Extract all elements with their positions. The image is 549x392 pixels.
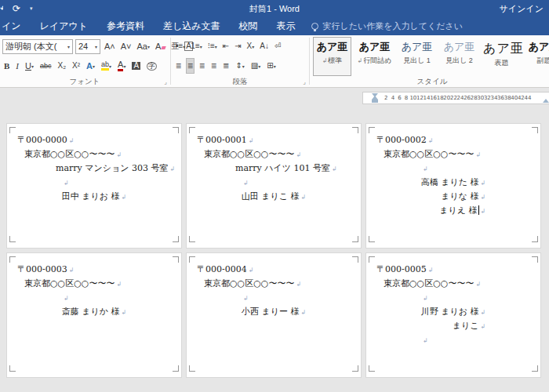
recipient-name-line[interactable]: まりな 様↲ <box>421 190 485 204</box>
pilcrow-icon: ↲ <box>301 194 307 201</box>
style-box-0[interactable]: あア亜↲標準 <box>313 37 351 76</box>
style-box-5[interactable]: あア亜副題 <box>525 37 549 76</box>
address-line[interactable]: 東京都○○区○○〜〜〜↲ <box>204 147 361 162</box>
paragraph-dialog-launcher-icon[interactable]: ⌟ <box>303 79 306 85</box>
superscript-button[interactable]: X² <box>71 58 82 74</box>
ribbon-tab-1[interactable]: レイアウト <box>40 20 88 33</box>
ribbon-tab-4[interactable]: 校閲 <box>239 20 258 33</box>
recipient-name-line[interactable]: 高橋 まりた 様↲ <box>421 176 485 190</box>
char-shading-button[interactable]: A <box>130 58 142 74</box>
address-line[interactable]: 東京都○○区○○〜〜〜↲ <box>24 147 181 162</box>
recipient-name-line[interactable]: 田中 まりお 様↲ <box>62 190 126 204</box>
recipient-name-line[interactable]: 川野 まりお 様↲ <box>421 305 485 319</box>
ribbon-tab-3[interactable]: 差し込み文書 <box>163 20 220 33</box>
line-spacing-button[interactable]: ⇕▾ <box>234 58 245 74</box>
label-page-4[interactable]: 〒000-0003↲東京都○○区○○〜〜〜↲↲斎藤 まりか 様↲ <box>6 252 182 378</box>
address-line[interactable]: 東京都○○区○○〜〜〜↲ <box>384 277 540 291</box>
recipient-name-line[interactable]: まりえ 様↲ <box>421 204 485 218</box>
blank-line[interactable]: ↲ <box>62 291 181 305</box>
font-name-combobox[interactable]: 游明朝 (本文( ▾ <box>2 39 73 54</box>
align-left-button[interactable]: ≡ <box>174 58 183 74</box>
postal-code-line[interactable]: 〒000-0005↲ <box>376 263 540 277</box>
blank-line[interactable]: ↲ <box>421 291 540 305</box>
ribbon-tab-2[interactable]: 参考資料 <box>107 20 144 33</box>
style-sample: あア亜 <box>356 41 393 53</box>
label-page-5[interactable]: 〒000-0004↲東京都○○区○○〜〜〜↲↲小西 まりー 様↲ <box>186 252 362 378</box>
left-indent-marker[interactable] <box>372 100 378 103</box>
postal-code-line[interactable]: 〒000-0004↲ <box>197 263 361 277</box>
shrink-font-button[interactable]: A˅ <box>119 38 133 54</box>
blank-line[interactable]: ↲ <box>421 162 540 176</box>
paragraph-mark-button[interactable]: ⏎ <box>273 38 282 54</box>
multilevel-list-button[interactable]: ⁝≡▾ <box>206 38 219 54</box>
tell-me-placeholder: 実行したい作業を入力してください <box>323 20 464 32</box>
enclose-char-button[interactable]: 字 <box>145 58 158 74</box>
strikethrough-button[interactable]: abc <box>38 58 53 74</box>
underline-button[interactable]: U▾ <box>24 58 35 74</box>
label-page-1[interactable]: 〒000-0000↲東京都○○区○○〜〜〜↲marry マンション 303 号室… <box>6 123 182 249</box>
recipient-name-line[interactable]: まりこ↲ <box>421 319 485 333</box>
font-color-button[interactable]: A▾ <box>116 58 127 74</box>
asian-layout-button[interactable]: X▾ <box>245 38 256 54</box>
sort-button[interactable]: A↓ <box>258 38 271 54</box>
shading-button[interactable]: ▨▾ <box>249 58 262 74</box>
crop-mark-icon <box>9 236 16 242</box>
blank-line[interactable]: ↲ <box>242 291 361 305</box>
address-line[interactable]: 東京都○○区○○〜〜〜↲ <box>384 147 540 162</box>
increase-indent-button[interactable]: ⇥ <box>233 38 242 54</box>
italic-button[interactable]: I <box>14 58 20 74</box>
bullets-button[interactable]: •≡▾ <box>174 38 187 54</box>
change-case-button[interactable]: Aa▾ <box>136 38 151 54</box>
style-box-3[interactable]: あア亜見出し 2 <box>440 37 478 76</box>
crop-mark-icon <box>9 256 16 263</box>
style-box-1[interactable]: あア亜↲行間詰め <box>355 37 394 76</box>
right-indent-marker[interactable] <box>543 99 549 103</box>
clear-formatting-button[interactable]: A <box>154 38 167 54</box>
blank-line[interactable]: ↲ <box>62 176 181 190</box>
postal-code-line[interactable]: 〒000-0002↲ <box>376 133 540 147</box>
grow-font-button[interactable]: A˄ <box>103 38 117 54</box>
postal-code-line[interactable]: 〒000-0001↲ <box>197 133 361 147</box>
building-line[interactable]: marry ハイツ 101 号室↲ <box>235 162 361 176</box>
text-effects-button[interactable]: A▾ <box>85 58 96 74</box>
label-page-6[interactable]: 〒000-0005↲東京都○○区○○〜〜〜↲↲川野 まりお 様↲まりこ↲↲ <box>365 252 541 378</box>
address-line[interactable]: 東京都○○区○○〜〜〜↲ <box>24 277 181 291</box>
blank-line[interactable]: ↲ <box>421 333 540 347</box>
address-line[interactable]: 東京都○○区○○〜〜〜↲ <box>204 277 361 291</box>
chevron-down-icon: ▾ <box>93 64 95 69</box>
recipient-name-line[interactable]: 小西 まりー 様↲ <box>242 305 306 319</box>
label-page-2[interactable]: 〒000-0001↲東京都○○区○○〜〜〜↲marry ハイツ 101 号室↲↲… <box>186 123 362 249</box>
justify-button[interactable]: ≡ <box>209 58 218 74</box>
borders-button[interactable]: ⊞▾ <box>265 58 277 74</box>
text-highlight-button[interactable]: ab▾ <box>100 58 113 74</box>
crop-mark-icon <box>173 127 179 133</box>
postal-code-line[interactable]: 〒000-0000↲ <box>17 133 181 147</box>
lightbulb-icon <box>311 23 318 30</box>
align-right-button[interactable]: ≡ <box>198 58 206 74</box>
style-box-2[interactable]: あア亜見出し 1 <box>398 37 436 76</box>
subscript-button[interactable]: X₂ <box>56 58 68 74</box>
recipient-name-line[interactable]: 山田 まりこ 様↲ <box>242 190 306 204</box>
font-size-combobox[interactable]: 24 ▾ <box>75 39 100 54</box>
font-dialog-launcher-icon[interactable]: ⌟ <box>164 79 167 85</box>
style-box-4[interactable]: あア亜表題 <box>482 37 521 76</box>
decrease-indent-button[interactable]: ⇤ <box>221 38 231 54</box>
align-center-button[interactable]: ≡ <box>186 58 195 74</box>
building-line[interactable]: marry マンション 303 号室↲ <box>56 162 181 176</box>
numbering-button[interactable]: 1≡▾ <box>189 38 203 54</box>
ribbon-tab-0[interactable]: イン <box>2 20 21 33</box>
chevron-down-icon: ▾ <box>183 44 185 49</box>
postal-code-line[interactable]: 〒000-0003↲ <box>17 263 181 277</box>
distribute-button[interactable]: ≣ <box>221 58 231 74</box>
pilcrow-icon: ↲ <box>243 180 249 187</box>
style-name: ↲標準 <box>314 56 351 66</box>
pilcrow-icon: ↲ <box>475 281 481 288</box>
bold-button[interactable]: B <box>2 58 11 74</box>
recipient-name-line[interactable]: 斎藤 まりか 様↲ <box>62 305 126 319</box>
sign-in-button[interactable]: サインイン <box>500 0 544 17</box>
tell-me-box[interactable]: 実行したい作業を入力してください <box>311 20 464 32</box>
ribbon-tab-5[interactable]: 表示 <box>277 20 296 33</box>
pilcrow-icon: ↲ <box>332 165 337 172</box>
blank-line[interactable]: ↲ <box>242 176 361 190</box>
label-page-3[interactable]: 〒000-0002↲東京都○○区○○〜〜〜↲↲高橋 まりた 様↲まりな 様↲まり… <box>365 123 541 249</box>
